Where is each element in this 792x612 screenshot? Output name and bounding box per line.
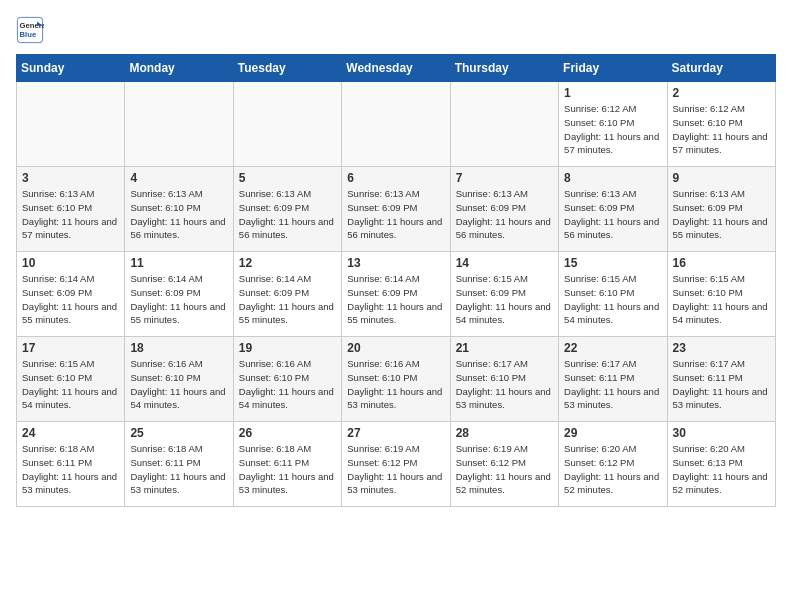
calendar-cell: 1Sunrise: 6:12 AM Sunset: 6:10 PM Daylig… [559, 82, 667, 167]
header-friday: Friday [559, 55, 667, 82]
day-info: Sunrise: 6:15 AM Sunset: 6:10 PM Dayligh… [564, 272, 661, 327]
calendar-week-3: 10Sunrise: 6:14 AM Sunset: 6:09 PM Dayli… [17, 252, 776, 337]
calendar-cell: 17Sunrise: 6:15 AM Sunset: 6:10 PM Dayli… [17, 337, 125, 422]
day-number: 30 [673, 426, 770, 440]
calendar-cell: 16Sunrise: 6:15 AM Sunset: 6:10 PM Dayli… [667, 252, 775, 337]
calendar-cell: 19Sunrise: 6:16 AM Sunset: 6:10 PM Dayli… [233, 337, 341, 422]
calendar-cell: 11Sunrise: 6:14 AM Sunset: 6:09 PM Dayli… [125, 252, 233, 337]
day-info: Sunrise: 6:15 AM Sunset: 6:09 PM Dayligh… [456, 272, 553, 327]
day-info: Sunrise: 6:14 AM Sunset: 6:09 PM Dayligh… [347, 272, 444, 327]
header-sunday: Sunday [17, 55, 125, 82]
calendar-cell: 4Sunrise: 6:13 AM Sunset: 6:10 PM Daylig… [125, 167, 233, 252]
day-info: Sunrise: 6:19 AM Sunset: 6:12 PM Dayligh… [347, 442, 444, 497]
day-info: Sunrise: 6:13 AM Sunset: 6:09 PM Dayligh… [564, 187, 661, 242]
calendar-cell: 10Sunrise: 6:14 AM Sunset: 6:09 PM Dayli… [17, 252, 125, 337]
day-info: Sunrise: 6:20 AM Sunset: 6:13 PM Dayligh… [673, 442, 770, 497]
day-number: 15 [564, 256, 661, 270]
day-number: 16 [673, 256, 770, 270]
calendar-cell: 27Sunrise: 6:19 AM Sunset: 6:12 PM Dayli… [342, 422, 450, 507]
calendar-cell [125, 82, 233, 167]
day-number: 9 [673, 171, 770, 185]
day-number: 10 [22, 256, 119, 270]
header-saturday: Saturday [667, 55, 775, 82]
day-number: 4 [130, 171, 227, 185]
day-number: 20 [347, 341, 444, 355]
calendar-cell: 13Sunrise: 6:14 AM Sunset: 6:09 PM Dayli… [342, 252, 450, 337]
calendar-cell: 14Sunrise: 6:15 AM Sunset: 6:09 PM Dayli… [450, 252, 558, 337]
day-number: 1 [564, 86, 661, 100]
calendar-cell: 26Sunrise: 6:18 AM Sunset: 6:11 PM Dayli… [233, 422, 341, 507]
header-monday: Monday [125, 55, 233, 82]
day-number: 21 [456, 341, 553, 355]
day-number: 11 [130, 256, 227, 270]
calendar-cell: 9Sunrise: 6:13 AM Sunset: 6:09 PM Daylig… [667, 167, 775, 252]
day-info: Sunrise: 6:13 AM Sunset: 6:09 PM Dayligh… [347, 187, 444, 242]
calendar-cell [450, 82, 558, 167]
day-info: Sunrise: 6:20 AM Sunset: 6:12 PM Dayligh… [564, 442, 661, 497]
day-info: Sunrise: 6:14 AM Sunset: 6:09 PM Dayligh… [22, 272, 119, 327]
header-tuesday: Tuesday [233, 55, 341, 82]
day-number: 5 [239, 171, 336, 185]
calendar-cell: 8Sunrise: 6:13 AM Sunset: 6:09 PM Daylig… [559, 167, 667, 252]
calendar-cell: 30Sunrise: 6:20 AM Sunset: 6:13 PM Dayli… [667, 422, 775, 507]
day-info: Sunrise: 6:13 AM Sunset: 6:10 PM Dayligh… [130, 187, 227, 242]
svg-text:Blue: Blue [20, 30, 37, 39]
day-number: 3 [22, 171, 119, 185]
day-number: 29 [564, 426, 661, 440]
day-info: Sunrise: 6:15 AM Sunset: 6:10 PM Dayligh… [673, 272, 770, 327]
day-info: Sunrise: 6:13 AM Sunset: 6:10 PM Dayligh… [22, 187, 119, 242]
calendar-cell [17, 82, 125, 167]
header-thursday: Thursday [450, 55, 558, 82]
calendar-cell: 29Sunrise: 6:20 AM Sunset: 6:12 PM Dayli… [559, 422, 667, 507]
day-number: 26 [239, 426, 336, 440]
calendar-cell: 2Sunrise: 6:12 AM Sunset: 6:10 PM Daylig… [667, 82, 775, 167]
logo-icon: General Blue [16, 16, 44, 44]
page-header: General Blue [16, 16, 776, 44]
day-info: Sunrise: 6:19 AM Sunset: 6:12 PM Dayligh… [456, 442, 553, 497]
day-number: 7 [456, 171, 553, 185]
day-info: Sunrise: 6:16 AM Sunset: 6:10 PM Dayligh… [239, 357, 336, 412]
calendar-cell: 7Sunrise: 6:13 AM Sunset: 6:09 PM Daylig… [450, 167, 558, 252]
calendar-header-row: SundayMondayTuesdayWednesdayThursdayFrid… [17, 55, 776, 82]
day-info: Sunrise: 6:17 AM Sunset: 6:11 PM Dayligh… [564, 357, 661, 412]
calendar-cell: 5Sunrise: 6:13 AM Sunset: 6:09 PM Daylig… [233, 167, 341, 252]
day-info: Sunrise: 6:12 AM Sunset: 6:10 PM Dayligh… [673, 102, 770, 157]
day-number: 2 [673, 86, 770, 100]
day-info: Sunrise: 6:13 AM Sunset: 6:09 PM Dayligh… [456, 187, 553, 242]
day-info: Sunrise: 6:18 AM Sunset: 6:11 PM Dayligh… [130, 442, 227, 497]
day-info: Sunrise: 6:14 AM Sunset: 6:09 PM Dayligh… [130, 272, 227, 327]
day-info: Sunrise: 6:15 AM Sunset: 6:10 PM Dayligh… [22, 357, 119, 412]
day-number: 17 [22, 341, 119, 355]
calendar-cell: 28Sunrise: 6:19 AM Sunset: 6:12 PM Dayli… [450, 422, 558, 507]
day-number: 24 [22, 426, 119, 440]
calendar-cell: 23Sunrise: 6:17 AM Sunset: 6:11 PM Dayli… [667, 337, 775, 422]
header-wednesday: Wednesday [342, 55, 450, 82]
day-number: 27 [347, 426, 444, 440]
day-number: 22 [564, 341, 661, 355]
calendar-week-5: 24Sunrise: 6:18 AM Sunset: 6:11 PM Dayli… [17, 422, 776, 507]
day-number: 19 [239, 341, 336, 355]
calendar-table: SundayMondayTuesdayWednesdayThursdayFrid… [16, 54, 776, 507]
day-info: Sunrise: 6:16 AM Sunset: 6:10 PM Dayligh… [347, 357, 444, 412]
day-number: 13 [347, 256, 444, 270]
calendar-cell [233, 82, 341, 167]
calendar-cell: 24Sunrise: 6:18 AM Sunset: 6:11 PM Dayli… [17, 422, 125, 507]
calendar-cell: 6Sunrise: 6:13 AM Sunset: 6:09 PM Daylig… [342, 167, 450, 252]
calendar-cell: 25Sunrise: 6:18 AM Sunset: 6:11 PM Dayli… [125, 422, 233, 507]
day-number: 14 [456, 256, 553, 270]
calendar-cell: 15Sunrise: 6:15 AM Sunset: 6:10 PM Dayli… [559, 252, 667, 337]
day-number: 8 [564, 171, 661, 185]
day-info: Sunrise: 6:16 AM Sunset: 6:10 PM Dayligh… [130, 357, 227, 412]
day-info: Sunrise: 6:18 AM Sunset: 6:11 PM Dayligh… [22, 442, 119, 497]
day-number: 12 [239, 256, 336, 270]
calendar-cell: 12Sunrise: 6:14 AM Sunset: 6:09 PM Dayli… [233, 252, 341, 337]
day-info: Sunrise: 6:18 AM Sunset: 6:11 PM Dayligh… [239, 442, 336, 497]
calendar-cell [342, 82, 450, 167]
day-number: 28 [456, 426, 553, 440]
day-info: Sunrise: 6:14 AM Sunset: 6:09 PM Dayligh… [239, 272, 336, 327]
day-info: Sunrise: 6:17 AM Sunset: 6:11 PM Dayligh… [673, 357, 770, 412]
day-number: 23 [673, 341, 770, 355]
logo: General Blue [16, 16, 48, 44]
calendar-cell: 3Sunrise: 6:13 AM Sunset: 6:10 PM Daylig… [17, 167, 125, 252]
calendar-cell: 20Sunrise: 6:16 AM Sunset: 6:10 PM Dayli… [342, 337, 450, 422]
